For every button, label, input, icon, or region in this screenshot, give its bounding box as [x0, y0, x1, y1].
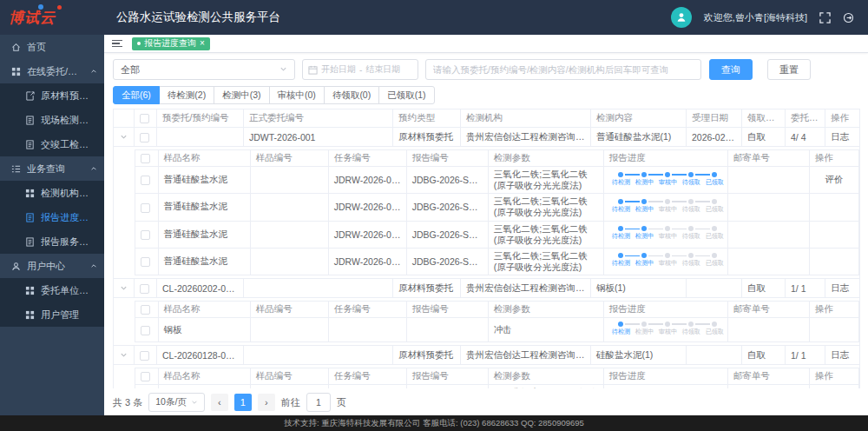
select-all-checkbox[interactable]: [141, 305, 150, 315]
expand-row-icon[interactable]: [119, 351, 128, 359]
main-table: 预委托/预约编号 正式委托编号 预约类型 检测机构 检测内容 受理日期 领取方式…: [113, 109, 860, 388]
sidebar-item-report-service-apply[interactable]: 报告服务申请: [0, 229, 104, 254]
sidebar-section-user-center[interactable]: 用户中心: [0, 254, 104, 278]
sub-table-header-row: 样品名称 样品编号 任务编号 报告编号 检测参数 报告进度 邮寄单号 操作: [135, 302, 859, 318]
sample-row: 普通硅酸盐水泥 JDRW-2026-001 JDBG-2026-SN-001 三…: [135, 194, 859, 221]
logo-dot-icon: [57, 5, 62, 10]
next-page-button[interactable]: ›: [258, 394, 275, 411]
date-range-input[interactable]: 开始日期 - 结束日期: [302, 59, 418, 80]
page-size-select[interactable]: 10条/页: [148, 393, 205, 412]
fullscreen-icon[interactable]: [819, 12, 831, 23]
doc-icon: [25, 213, 35, 222]
filter-tab-all[interactable]: 全部(6): [113, 86, 160, 104]
filter-tab-reviewing[interactable]: 审核中(0): [269, 86, 325, 104]
filter-tab-testing[interactable]: 检测中(3): [214, 86, 269, 104]
reset-button[interactable]: 重置: [767, 59, 811, 80]
logout-icon[interactable]: [843, 12, 854, 23]
welcome-text: 欢迎您,曾小青[海特科技]: [704, 11, 807, 24]
progress-stepper: 待检测检测中审核中待领取已领取: [609, 225, 722, 243]
search-input-wrap: [425, 59, 701, 80]
status-select[interactable]: 全部: [113, 59, 295, 80]
app-logo: 博试云: [0, 8, 104, 28]
app-header: 博试云 公路水运试验检测公共服务平台 欢迎您,曾小青[海特科技]: [0, 0, 868, 35]
chevron-down-icon: [191, 397, 198, 408]
column-header: 操作: [825, 109, 860, 128]
table-header-row: 预委托/预约编号 正式委托编号 预约类型 检测机构 检测内容 受理日期 领取方式…: [114, 109, 860, 128]
pagination: 共 3 条 10条/页 ‹ 1 › 前往 页: [104, 388, 868, 415]
goto-page-input[interactable]: [306, 393, 331, 412]
status-filter-tabs: 全部(6) 待检测(2) 检测中(3) 审核中(0) 待领取(0) 已领取(1): [113, 86, 868, 104]
sub-table-header-row: 样品名称 样品编号 任务编号 报告编号 检测参数 报告进度 邮寄单号 操作: [135, 150, 859, 167]
sidebar: 首页 在线委托/预约 原材料预委托 现场检测预约 交竣工检测预约 业务查询 检测…: [0, 35, 104, 415]
sidebar-item-home[interactable]: 首页: [0, 35, 104, 59]
row-checkbox[interactable]: [141, 230, 150, 240]
select-all-checkbox[interactable]: [141, 154, 150, 163]
sidebar-item-report-progress-query[interactable]: 报告进度查询: [0, 205, 104, 229]
goto-label: 前往: [281, 396, 300, 409]
column-header: 预约类型: [393, 109, 461, 128]
collapse-menu-icon[interactable]: [112, 40, 122, 48]
sidebar-item-org-info-query[interactable]: 检测机构信息查询: [0, 181, 104, 205]
sidebar-item-entrust-unit-info[interactable]: 委托单位信息维护: [0, 278, 104, 302]
select-all-checkbox[interactable]: [140, 114, 149, 123]
row-checkbox[interactable]: [141, 326, 150, 335]
query-button[interactable]: 查询: [709, 59, 753, 80]
log-link[interactable]: 日志: [825, 279, 860, 298]
sidebar-item-completion-test-booking[interactable]: 交竣工检测预约: [0, 132, 104, 156]
progress-stepper: 待检测检测中审核中待领取已领取: [609, 321, 722, 339]
search-input[interactable]: [426, 60, 700, 79]
filter-tab-pending-pickup[interactable]: 待领取(0): [324, 86, 379, 104]
select-all-checkbox[interactable]: [141, 372, 150, 381]
progress-stepper: 待检测检测中审核中待领取已领取: [609, 252, 722, 270]
tag-report-progress[interactable]: 报告进度查询 ×: [132, 37, 210, 50]
results-table-wrap: 预委托/预约编号 正式委托编号 预约类型 检测机构 检测内容 受理日期 领取方式…: [104, 107, 868, 388]
logo-text: 博试云: [9, 10, 56, 26]
sidebar-item-site-test-booking[interactable]: 现场检测预约: [0, 108, 104, 132]
doc-icon: [25, 116, 35, 125]
list-icon: [11, 164, 21, 174]
pre-entrust-no-link[interactable]: CL-20260202-0001: [157, 279, 244, 298]
row-checkbox[interactable]: [140, 284, 149, 294]
footer: 技术支持: 重庆海特科技发展有限公司 客服电话: (023) 68628633 …: [0, 415, 868, 431]
person-icon: [675, 11, 687, 23]
grid-icon: [25, 286, 35, 295]
sidebar-item-raw-material-pre-entrust[interactable]: 原材料预委托: [0, 83, 104, 108]
tag-close-icon[interactable]: ×: [200, 39, 205, 48]
column-header: 受理日期: [687, 109, 742, 128]
pre-entrust-no-link[interactable]: CL-20260128-0002: [157, 346, 244, 365]
avatar[interactable]: [671, 7, 692, 28]
footer-text: 技术支持: 重庆海特科技发展有限公司 客服电话: (023) 68628633 …: [284, 418, 584, 429]
rate-link[interactable]: 评价: [809, 167, 858, 194]
column-header: 领取方式: [742, 109, 786, 128]
grid-icon: [25, 310, 35, 320]
filter-tab-pending-test[interactable]: 待检测(2): [159, 86, 214, 104]
row-checkbox[interactable]: [140, 133, 149, 143]
sub-table: 样品名称 样品编号 任务编号 报告编号 检测参数 报告进度 邮寄单号 操作 钢板: [135, 301, 859, 342]
expand-row-icon[interactable]: [119, 133, 128, 141]
chevron-down-icon: [279, 64, 287, 75]
row-checkbox[interactable]: [141, 176, 150, 185]
row-checkbox[interactable]: [141, 257, 150, 267]
sub-table-header-row: 样品名称 样品编号 任务编号 报告编号 检测参数 报告进度 邮寄单号 操作: [135, 368, 859, 385]
log-link[interactable]: 日志: [825, 346, 860, 365]
row-checkbox[interactable]: [141, 203, 150, 213]
page-title: 公路水运试验检测公共服务平台: [116, 10, 280, 25]
chevron-up-icon: [90, 261, 97, 271]
sidebar-item-user-management[interactable]: 用户管理: [0, 302, 104, 327]
log-link[interactable]: 日志: [825, 128, 860, 147]
sub-table: 样品名称 样品编号 任务编号 报告编号 检测参数 报告进度 邮寄单号 操作 硅酸…: [135, 368, 859, 388]
row-checkbox[interactable]: [140, 351, 149, 361]
prev-page-button[interactable]: ‹: [211, 394, 228, 411]
sidebar-section-business-query[interactable]: 业务查询: [0, 156, 104, 181]
chevron-up-icon: [90, 163, 97, 174]
filter-tab-picked-up[interactable]: 已领取(1): [378, 86, 434, 104]
column-header: 检测机构: [461, 109, 591, 128]
logo-blue-dot-icon: [38, 4, 43, 10]
page-unit-label: 页: [337, 396, 346, 409]
page-number-button[interactable]: 1: [234, 394, 252, 411]
chevron-up-icon: [90, 66, 97, 76]
expand-row-icon[interactable]: [119, 284, 128, 292]
doc-icon: [25, 237, 35, 247]
sidebar-section-online-entrust[interactable]: 在线委托/预约: [0, 59, 104, 83]
group-row: CL-20260128-0002 原材料预委托 贵州宏信创达工程检测咨询有限公司…: [114, 346, 860, 365]
